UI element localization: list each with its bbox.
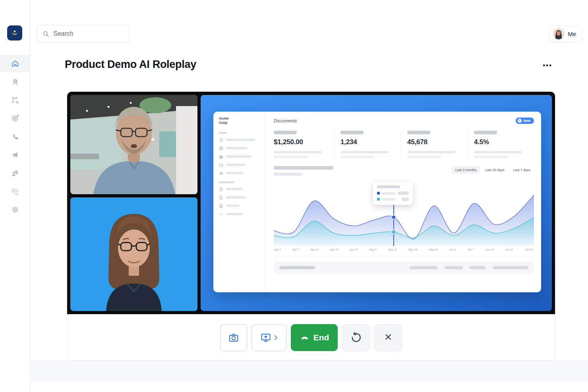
sidebar-item-calls[interactable] — [0, 128, 30, 145]
chart-tooltip — [373, 182, 413, 205]
screen-share-button[interactable] — [251, 324, 286, 351]
ai-persona-video-frame — [70, 197, 197, 311]
demo-nav-item[interactable] — [219, 187, 260, 191]
folder-icon — [219, 163, 223, 167]
demo-new-label: New — [524, 119, 530, 123]
table-row-skeleton[interactable] — [274, 262, 534, 274]
demo-nav-item[interactable] — [219, 212, 260, 216]
search-placeholder: Search — [53, 30, 74, 37]
stat-value: 4.5% — [474, 138, 528, 146]
x-tick-label: Jun 14 — [485, 248, 494, 251]
stat-value: 1,234 — [340, 138, 395, 146]
plus-icon: + — [518, 119, 522, 123]
demo-nav-item[interactable] — [219, 195, 260, 200]
stat-value: 45,678 — [407, 138, 462, 146]
bank-icon — [219, 154, 223, 159]
search-icon — [43, 31, 49, 37]
me-label: Me — [568, 31, 576, 37]
stat-value: $1,250.00 — [274, 138, 328, 146]
participant-video-user — [70, 95, 197, 194]
restart-icon — [350, 332, 362, 344]
layout-icon — [219, 146, 223, 151]
stat-label-skeleton — [407, 131, 430, 134]
participant-videos — [70, 95, 197, 311]
demo-nav-item[interactable] — [219, 146, 260, 151]
tab-last-7-days[interactable]: Last 7 days — [510, 166, 534, 174]
x-tick-label: May 18 — [408, 248, 417, 251]
chart-highlight-dot-secondary — [391, 230, 397, 235]
close-icon: × — [385, 330, 392, 343]
demo-nav-item[interactable] — [219, 204, 260, 208]
main-content: Acme Corp Home — [30, 83, 588, 361]
stat-card: 1,234 — [334, 131, 400, 158]
demo-header: Documents + New — [274, 116, 534, 125]
demo-nav-item[interactable] — [219, 154, 260, 159]
participant-video-ai-persona — [70, 197, 197, 311]
chart-highlight-line — [393, 203, 394, 246]
me-button[interactable]: Me — [549, 25, 582, 42]
x-tick-label: Apr 7 — [292, 248, 299, 251]
demo-nav-section-documents: Documents — [219, 180, 260, 184]
x-tick-label: Apr 1 — [275, 248, 281, 251]
file-icon — [219, 204, 223, 208]
x-tick-label: Jun 7 — [467, 248, 474, 251]
stat-card: $1,250.00 — [274, 131, 334, 158]
hang-up-icon — [300, 332, 310, 343]
chart-x-axis: Apr 1Apr 7Apr 13Apr 20Apr 27May 4May 11M… — [274, 248, 534, 251]
document-icon — [219, 187, 223, 191]
title-bar: Product Demo AI Roleplay ••• — [30, 46, 588, 84]
search-input[interactable]: Search — [37, 25, 130, 42]
user-video-frame — [70, 95, 197, 194]
close-button[interactable]: × — [374, 324, 402, 351]
contacts-headset-icon — [11, 77, 19, 86]
sidebar-item-home[interactable] — [0, 55, 30, 72]
tab-last-3-months[interactable]: Last 3 months — [452, 166, 480, 174]
area-chart — [274, 180, 534, 246]
left-sidebar — [0, 0, 30, 392]
target-icon — [11, 114, 19, 123]
sidebar-item-knowledge[interactable] — [0, 164, 30, 182]
demo-nav-item[interactable] — [219, 163, 260, 167]
camera-icon — [228, 332, 239, 343]
demo-workspace-name: Acme Corp — [219, 116, 236, 126]
sidebar-nav — [0, 55, 30, 219]
tab-last-30-days[interactable]: Last 30 days — [482, 166, 508, 174]
demo-nav-item[interactable] — [219, 171, 260, 176]
x-tick-label: Jun 1 — [449, 248, 456, 251]
x-tick-label: May 4 — [369, 248, 377, 251]
demo-nav-item[interactable] — [219, 138, 260, 142]
more-menu-button[interactable]: ••• — [541, 60, 554, 71]
ellipsis-icon — [219, 212, 223, 216]
demo-sidebar: Acme Corp Home — [213, 112, 265, 292]
demo-new-button[interactable]: + New — [516, 118, 534, 124]
demo-main: Documents + New $1,250.00 — [265, 112, 541, 292]
restart-button[interactable] — [342, 324, 370, 351]
clock-icon — [219, 138, 223, 142]
x-tick-label: Jun 29 — [525, 248, 533, 251]
sidebar-item-strategy[interactable] — [0, 91, 30, 109]
demo-chart-section: Last 3 months Last 30 days Last 7 days — [274, 166, 534, 251]
sidebar-item-campaigns[interactable] — [0, 146, 30, 164]
sidebar-item-target[interactable] — [0, 110, 30, 127]
chart-subtitle-skeleton — [274, 173, 302, 176]
brand-logo[interactable] — [7, 25, 22, 41]
page-footer-strip — [0, 361, 588, 381]
end-call-button[interactable]: End — [291, 324, 338, 351]
top-bar: Search Me — [30, 0, 588, 46]
document-check-icon — [219, 195, 223, 200]
demo-page-title: Documents — [274, 118, 297, 123]
phone-icon — [11, 132, 19, 141]
settings-gear-icon — [11, 205, 19, 214]
tooltip-title-skeleton — [377, 185, 400, 188]
sidebar-item-settings[interactable] — [0, 201, 30, 218]
stat-label-skeleton — [274, 131, 297, 134]
app-root: Search Me Product Demo AI Roleplay ••• — [0, 0, 588, 392]
x-tick-label: Jun 21 — [505, 248, 513, 251]
smile-logo-icon — [10, 28, 19, 38]
chart-title-skeleton — [274, 166, 333, 170]
x-tick-label: Apr 13 — [311, 248, 319, 251]
sidebar-item-tasks[interactable] — [0, 183, 30, 200]
sidebar-item-contacts[interactable] — [0, 73, 30, 91]
camera-button[interactable] — [220, 324, 247, 351]
stat-label-skeleton — [340, 131, 364, 134]
